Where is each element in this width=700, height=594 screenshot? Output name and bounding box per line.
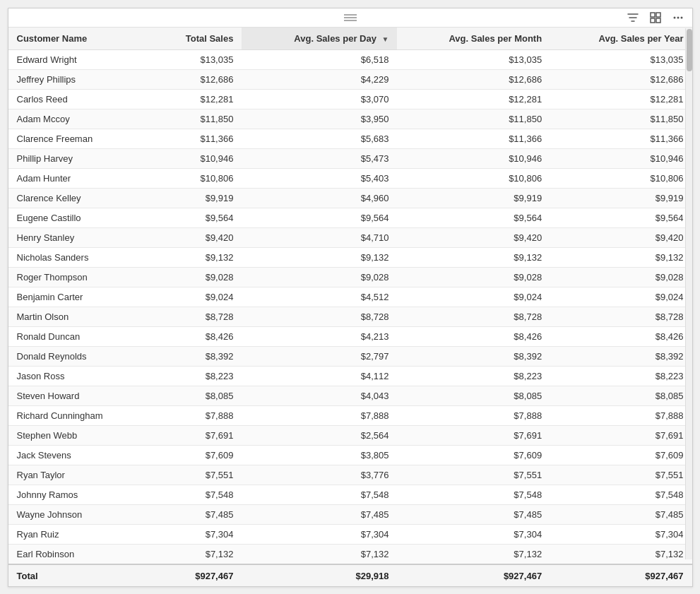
cell-day: $9,132 <box>242 248 397 268</box>
table-row[interactable]: Martin Olson $8,728 $8,728 $8,728 $8,728 <box>8 307 692 327</box>
cell-day: $2,564 <box>242 426 397 446</box>
col-header-avg-year[interactable]: Avg. Sales per Year <box>550 28 692 50</box>
cell-day: $4,512 <box>242 287 397 307</box>
footer-label: Total <box>8 564 152 586</box>
cell-total: $8,085 <box>152 386 242 406</box>
cell-total: $9,919 <box>152 189 242 208</box>
cell-day: $5,403 <box>242 169 397 189</box>
more-options-icon[interactable] <box>670 11 687 25</box>
cell-year: $7,609 <box>550 446 692 465</box>
top-bar-actions <box>624 11 687 25</box>
cell-name: Benjamin Carter <box>8 287 152 307</box>
cell-total: $7,551 <box>152 465 242 485</box>
cell-month: $7,304 <box>397 525 550 545</box>
cell-day: $5,473 <box>242 149 397 169</box>
table-row[interactable]: Clarence Freeman $11,366 $5,683 $11,366 … <box>8 129 692 149</box>
cell-day: $3,776 <box>242 465 397 485</box>
cell-total: $11,850 <box>152 109 242 129</box>
cell-month: $10,806 <box>397 169 550 189</box>
drag-handle[interactable] <box>344 14 357 21</box>
cell-month: $7,691 <box>397 426 550 446</box>
cell-year: $7,888 <box>550 406 692 426</box>
table-row[interactable]: Roger Thompson $9,028 $9,028 $9,028 $9,0… <box>8 268 692 287</box>
cell-day: $3,070 <box>242 90 397 109</box>
cell-day: $4,229 <box>242 70 397 90</box>
table-row[interactable]: Phillip Harvey $10,946 $5,473 $10,946 $1… <box>8 149 692 169</box>
cell-total: $10,806 <box>152 169 242 189</box>
cell-total: $9,564 <box>152 208 242 228</box>
table-row[interactable]: Earl Robinson $7,132 $7,132 $7,132 $7,13… <box>8 545 692 565</box>
cell-total: $7,548 <box>152 485 242 505</box>
cell-total: $9,028 <box>152 268 242 287</box>
cell-total: $7,485 <box>152 505 242 525</box>
cell-name: Stephen Webb <box>8 426 152 446</box>
cell-month: $7,485 <box>397 505 550 525</box>
cell-name: Phillip Harvey <box>8 149 152 169</box>
scrollbar-thumb[interactable] <box>687 29 692 71</box>
filter-icon[interactable] <box>624 11 641 25</box>
cell-day: $7,132 <box>242 545 397 565</box>
table-row[interactable]: Stephen Webb $7,691 $2,564 $7,691 $7,691 <box>8 426 692 446</box>
cell-year: $10,946 <box>550 149 692 169</box>
cell-month: $9,132 <box>397 248 550 268</box>
cell-total: $8,426 <box>152 327 242 347</box>
table-row[interactable]: Benjamin Carter $9,024 $4,512 $9,024 $9,… <box>8 287 692 307</box>
footer-total: $927,467 <box>152 564 242 586</box>
scrollbar[interactable] <box>685 28 692 559</box>
table-row[interactable]: Eugene Castillo $9,564 $9,564 $9,564 $9,… <box>8 208 692 228</box>
cell-name: Ryan Ruiz <box>8 525 152 545</box>
col-header-avg-month[interactable]: Avg. Sales per Month <box>397 28 550 50</box>
table-row[interactable]: Wayne Johnson $7,485 $7,485 $7,485 $7,48… <box>8 505 692 525</box>
cell-name: Jason Ross <box>8 367 152 386</box>
table-row[interactable]: Steven Howard $8,085 $4,043 $8,085 $8,08… <box>8 386 692 406</box>
table-row[interactable]: Carlos Reed $12,281 $3,070 $12,281 $12,2… <box>8 90 692 109</box>
cell-name: Henry Stanley <box>8 228 152 248</box>
table-row[interactable]: Adam Hunter $10,806 $5,403 $10,806 $10,8… <box>8 169 692 189</box>
table-row[interactable]: Henry Stanley $9,420 $4,710 $9,420 $9,42… <box>8 228 692 248</box>
cell-year: $8,728 <box>550 307 692 327</box>
cell-year: $8,426 <box>550 327 692 347</box>
table-row[interactable]: Jack Stevens $7,609 $3,805 $7,609 $7,609 <box>8 446 692 465</box>
table-container: Customer Name Total Sales Avg. Sales per… <box>8 8 693 587</box>
cell-month: $9,420 <box>397 228 550 248</box>
cell-name: Clarence Freeman <box>8 129 152 149</box>
table-row[interactable]: Jason Ross $8,223 $4,112 $8,223 $8,223 <box>8 367 692 386</box>
cell-month: $8,223 <box>397 367 550 386</box>
footer-day: $29,918 <box>242 564 397 586</box>
col-header-total-sales[interactable]: Total Sales <box>152 28 242 50</box>
layout-icon[interactable] <box>647 11 664 25</box>
table-row[interactable]: Donald Reynolds $8,392 $2,797 $8,392 $8,… <box>8 347 692 367</box>
table-row[interactable]: Jeffrey Phillips $12,686 $4,229 $12,686 … <box>8 70 692 90</box>
table-row[interactable]: Adam Mccoy $11,850 $3,950 $11,850 $11,85… <box>8 109 692 129</box>
cell-total: $7,304 <box>152 525 242 545</box>
cell-name: Wayne Johnson <box>8 505 152 525</box>
footer-year: $927,467 <box>550 564 692 586</box>
cell-name: Richard Cunningham <box>8 406 152 426</box>
cell-year: $7,132 <box>550 545 692 565</box>
cell-total: $11,366 <box>152 129 242 149</box>
table-row[interactable]: Nicholas Sanders $9,132 $9,132 $9,132 $9… <box>8 248 692 268</box>
data-table: Customer Name Total Sales Avg. Sales per… <box>8 28 692 586</box>
cell-name: Ryan Taylor <box>8 465 152 485</box>
table-row[interactable]: Ronald Duncan $8,426 $4,213 $8,426 $8,42… <box>8 327 692 347</box>
cell-year: $12,281 <box>550 90 692 109</box>
cell-day: $9,028 <box>242 268 397 287</box>
table-row[interactable]: Richard Cunningham $7,888 $7,888 $7,888 … <box>8 406 692 426</box>
table-row[interactable]: Ryan Ruiz $7,304 $7,304 $7,304 $7,304 <box>8 525 692 545</box>
table-row[interactable]: Ryan Taylor $7,551 $3,776 $7,551 $7,551 <box>8 465 692 485</box>
col-header-avg-day[interactable]: Avg. Sales per Day ▼ <box>242 28 397 50</box>
cell-name: Jeffrey Phillips <box>8 70 152 90</box>
cell-month: $8,085 <box>397 386 550 406</box>
cell-total: $7,609 <box>152 446 242 465</box>
col-header-customer-name[interactable]: Customer Name <box>8 28 152 50</box>
table-row[interactable]: Clarence Kelley $9,919 $4,960 $9,919 $9,… <box>8 189 692 208</box>
table-row[interactable]: Johnny Ramos $7,548 $7,548 $7,548 $7,548 <box>8 485 692 505</box>
table-scroll[interactable]: Customer Name Total Sales Avg. Sales per… <box>8 28 692 586</box>
cell-year: $9,564 <box>550 208 692 228</box>
cell-name: Earl Robinson <box>8 545 152 565</box>
table-row[interactable]: Edward Wright $13,035 $6,518 $13,035 $13… <box>8 50 692 70</box>
cell-year: $8,223 <box>550 367 692 386</box>
cell-year: $7,548 <box>550 485 692 505</box>
cell-day: $7,888 <box>242 406 397 426</box>
cell-name: Adam Hunter <box>8 169 152 189</box>
